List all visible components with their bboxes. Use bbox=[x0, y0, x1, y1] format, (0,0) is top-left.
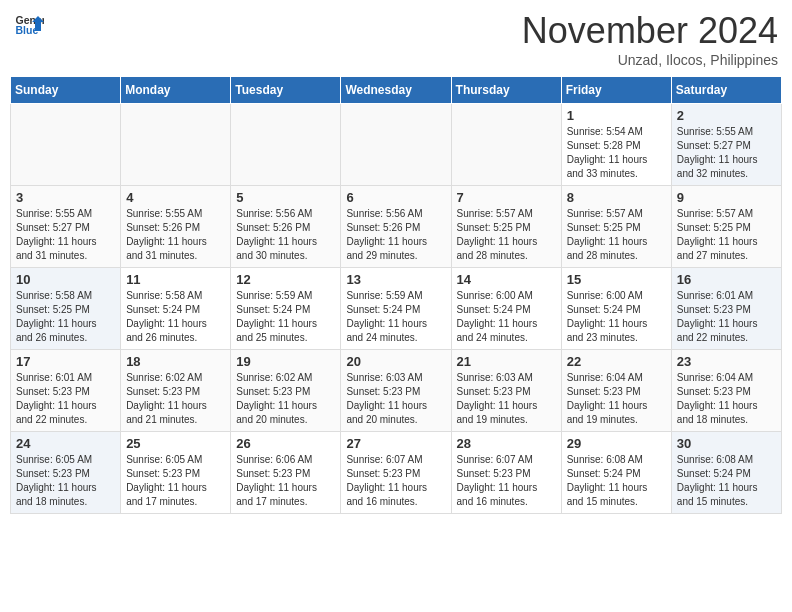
calendar-cell: 18Sunrise: 6:02 AM Sunset: 5:23 PM Dayli… bbox=[121, 350, 231, 432]
day-info: Sunrise: 5:58 AM Sunset: 5:24 PM Dayligh… bbox=[126, 289, 225, 345]
calendar-cell: 2Sunrise: 5:55 AM Sunset: 5:27 PM Daylig… bbox=[671, 104, 781, 186]
calendar-cell: 28Sunrise: 6:07 AM Sunset: 5:23 PM Dayli… bbox=[451, 432, 561, 514]
day-info: Sunrise: 6:01 AM Sunset: 5:23 PM Dayligh… bbox=[677, 289, 776, 345]
weekday-header-wednesday: Wednesday bbox=[341, 77, 451, 104]
day-number: 3 bbox=[16, 190, 115, 205]
calendar-cell bbox=[451, 104, 561, 186]
day-info: Sunrise: 5:55 AM Sunset: 5:27 PM Dayligh… bbox=[677, 125, 776, 181]
weekday-header-tuesday: Tuesday bbox=[231, 77, 341, 104]
calendar-cell: 21Sunrise: 6:03 AM Sunset: 5:23 PM Dayli… bbox=[451, 350, 561, 432]
day-info: Sunrise: 5:57 AM Sunset: 5:25 PM Dayligh… bbox=[677, 207, 776, 263]
weekday-header-friday: Friday bbox=[561, 77, 671, 104]
calendar-cell: 24Sunrise: 6:05 AM Sunset: 5:23 PM Dayli… bbox=[11, 432, 121, 514]
calendar-cell: 8Sunrise: 5:57 AM Sunset: 5:25 PM Daylig… bbox=[561, 186, 671, 268]
day-info: Sunrise: 6:04 AM Sunset: 5:23 PM Dayligh… bbox=[677, 371, 776, 427]
day-info: Sunrise: 6:02 AM Sunset: 5:23 PM Dayligh… bbox=[236, 371, 335, 427]
day-info: Sunrise: 5:56 AM Sunset: 5:26 PM Dayligh… bbox=[236, 207, 335, 263]
day-number: 18 bbox=[126, 354, 225, 369]
day-number: 8 bbox=[567, 190, 666, 205]
week-row-5: 24Sunrise: 6:05 AM Sunset: 5:23 PM Dayli… bbox=[11, 432, 782, 514]
day-info: Sunrise: 5:55 AM Sunset: 5:27 PM Dayligh… bbox=[16, 207, 115, 263]
calendar-cell: 29Sunrise: 6:08 AM Sunset: 5:24 PM Dayli… bbox=[561, 432, 671, 514]
calendar-cell: 1Sunrise: 5:54 AM Sunset: 5:28 PM Daylig… bbox=[561, 104, 671, 186]
day-info: Sunrise: 6:04 AM Sunset: 5:23 PM Dayligh… bbox=[567, 371, 666, 427]
week-row-2: 3Sunrise: 5:55 AM Sunset: 5:27 PM Daylig… bbox=[11, 186, 782, 268]
title-block: November 2024 Unzad, Ilocos, Philippines bbox=[522, 10, 778, 68]
day-info: Sunrise: 6:05 AM Sunset: 5:23 PM Dayligh… bbox=[16, 453, 115, 509]
day-number: 22 bbox=[567, 354, 666, 369]
calendar-cell: 23Sunrise: 6:04 AM Sunset: 5:23 PM Dayli… bbox=[671, 350, 781, 432]
calendar-cell: 4Sunrise: 5:55 AM Sunset: 5:26 PM Daylig… bbox=[121, 186, 231, 268]
day-info: Sunrise: 6:08 AM Sunset: 5:24 PM Dayligh… bbox=[567, 453, 666, 509]
day-info: Sunrise: 5:54 AM Sunset: 5:28 PM Dayligh… bbox=[567, 125, 666, 181]
day-number: 28 bbox=[457, 436, 556, 451]
day-info: Sunrise: 5:57 AM Sunset: 5:25 PM Dayligh… bbox=[567, 207, 666, 263]
calendar-cell: 13Sunrise: 5:59 AM Sunset: 5:24 PM Dayli… bbox=[341, 268, 451, 350]
calendar-cell: 22Sunrise: 6:04 AM Sunset: 5:23 PM Dayli… bbox=[561, 350, 671, 432]
calendar-cell: 10Sunrise: 5:58 AM Sunset: 5:25 PM Dayli… bbox=[11, 268, 121, 350]
calendar-cell bbox=[341, 104, 451, 186]
calendar-cell: 6Sunrise: 5:56 AM Sunset: 5:26 PM Daylig… bbox=[341, 186, 451, 268]
day-number: 5 bbox=[236, 190, 335, 205]
week-row-4: 17Sunrise: 6:01 AM Sunset: 5:23 PM Dayli… bbox=[11, 350, 782, 432]
calendar-cell: 3Sunrise: 5:55 AM Sunset: 5:27 PM Daylig… bbox=[11, 186, 121, 268]
calendar-cell: 9Sunrise: 5:57 AM Sunset: 5:25 PM Daylig… bbox=[671, 186, 781, 268]
svg-text:Blue: Blue bbox=[16, 24, 39, 36]
calendar-cell: 12Sunrise: 5:59 AM Sunset: 5:24 PM Dayli… bbox=[231, 268, 341, 350]
calendar-cell: 19Sunrise: 6:02 AM Sunset: 5:23 PM Dayli… bbox=[231, 350, 341, 432]
day-number: 30 bbox=[677, 436, 776, 451]
day-number: 25 bbox=[126, 436, 225, 451]
day-info: Sunrise: 6:05 AM Sunset: 5:23 PM Dayligh… bbox=[126, 453, 225, 509]
day-info: Sunrise: 5:58 AM Sunset: 5:25 PM Dayligh… bbox=[16, 289, 115, 345]
day-number: 9 bbox=[677, 190, 776, 205]
calendar-cell: 30Sunrise: 6:08 AM Sunset: 5:24 PM Dayli… bbox=[671, 432, 781, 514]
calendar-table: SundayMondayTuesdayWednesdayThursdayFrid… bbox=[10, 76, 782, 514]
week-row-3: 10Sunrise: 5:58 AM Sunset: 5:25 PM Dayli… bbox=[11, 268, 782, 350]
calendar-cell bbox=[11, 104, 121, 186]
month-title: November 2024 bbox=[522, 10, 778, 52]
day-number: 6 bbox=[346, 190, 445, 205]
calendar-cell: 20Sunrise: 6:03 AM Sunset: 5:23 PM Dayli… bbox=[341, 350, 451, 432]
calendar-cell: 14Sunrise: 6:00 AM Sunset: 5:24 PM Dayli… bbox=[451, 268, 561, 350]
day-info: Sunrise: 5:55 AM Sunset: 5:26 PM Dayligh… bbox=[126, 207, 225, 263]
calendar-cell: 15Sunrise: 6:00 AM Sunset: 5:24 PM Dayli… bbox=[561, 268, 671, 350]
day-number: 17 bbox=[16, 354, 115, 369]
calendar-cell bbox=[231, 104, 341, 186]
location: Unzad, Ilocos, Philippines bbox=[522, 52, 778, 68]
day-number: 23 bbox=[677, 354, 776, 369]
page-header: General Blue November 2024 Unzad, Ilocos… bbox=[10, 10, 782, 68]
day-number: 19 bbox=[236, 354, 335, 369]
day-info: Sunrise: 6:01 AM Sunset: 5:23 PM Dayligh… bbox=[16, 371, 115, 427]
day-info: Sunrise: 6:07 AM Sunset: 5:23 PM Dayligh… bbox=[346, 453, 445, 509]
day-number: 16 bbox=[677, 272, 776, 287]
weekday-header-sunday: Sunday bbox=[11, 77, 121, 104]
weekday-header-row: SundayMondayTuesdayWednesdayThursdayFrid… bbox=[11, 77, 782, 104]
day-info: Sunrise: 6:07 AM Sunset: 5:23 PM Dayligh… bbox=[457, 453, 556, 509]
day-info: Sunrise: 6:03 AM Sunset: 5:23 PM Dayligh… bbox=[346, 371, 445, 427]
logo: General Blue bbox=[14, 10, 44, 40]
calendar-cell: 16Sunrise: 6:01 AM Sunset: 5:23 PM Dayli… bbox=[671, 268, 781, 350]
weekday-header-thursday: Thursday bbox=[451, 77, 561, 104]
day-info: Sunrise: 6:00 AM Sunset: 5:24 PM Dayligh… bbox=[457, 289, 556, 345]
day-info: Sunrise: 6:03 AM Sunset: 5:23 PM Dayligh… bbox=[457, 371, 556, 427]
day-number: 26 bbox=[236, 436, 335, 451]
day-info: Sunrise: 6:08 AM Sunset: 5:24 PM Dayligh… bbox=[677, 453, 776, 509]
weekday-header-monday: Monday bbox=[121, 77, 231, 104]
calendar-cell: 7Sunrise: 5:57 AM Sunset: 5:25 PM Daylig… bbox=[451, 186, 561, 268]
calendar-cell: 25Sunrise: 6:05 AM Sunset: 5:23 PM Dayli… bbox=[121, 432, 231, 514]
day-number: 1 bbox=[567, 108, 666, 123]
day-info: Sunrise: 6:02 AM Sunset: 5:23 PM Dayligh… bbox=[126, 371, 225, 427]
day-number: 24 bbox=[16, 436, 115, 451]
day-number: 11 bbox=[126, 272, 225, 287]
calendar-cell: 27Sunrise: 6:07 AM Sunset: 5:23 PM Dayli… bbox=[341, 432, 451, 514]
day-number: 14 bbox=[457, 272, 556, 287]
day-info: Sunrise: 5:59 AM Sunset: 5:24 PM Dayligh… bbox=[346, 289, 445, 345]
calendar-cell: 5Sunrise: 5:56 AM Sunset: 5:26 PM Daylig… bbox=[231, 186, 341, 268]
day-number: 15 bbox=[567, 272, 666, 287]
day-number: 2 bbox=[677, 108, 776, 123]
day-info: Sunrise: 5:59 AM Sunset: 5:24 PM Dayligh… bbox=[236, 289, 335, 345]
day-number: 21 bbox=[457, 354, 556, 369]
day-info: Sunrise: 5:56 AM Sunset: 5:26 PM Dayligh… bbox=[346, 207, 445, 263]
day-number: 27 bbox=[346, 436, 445, 451]
day-number: 4 bbox=[126, 190, 225, 205]
